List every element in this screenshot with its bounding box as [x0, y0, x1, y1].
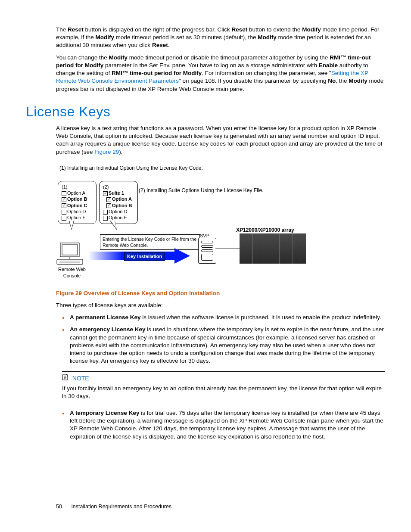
- page-number: 50: [56, 504, 62, 510]
- array-label: XP12000/XP10000 array: [236, 227, 294, 233]
- bubble-individual-option: (1) Option A ✓Option B ✓Option C Option …: [58, 181, 97, 224]
- heading-license-keys: License Keys: [26, 103, 385, 121]
- figure-29-caption: Figure 29 Overview of License Keys and O…: [56, 289, 385, 297]
- remote-web-console-label: Remote Web Console: [57, 266, 87, 279]
- storage-array-icon: [240, 233, 306, 264]
- figure-label-1: (1) Installing an Individual Option Usin…: [59, 165, 203, 171]
- svg-rect-1: [62, 245, 78, 255]
- paragraph-reset: The Reset button is displayed on the rig…: [56, 26, 385, 50]
- svg-rect-2: [57, 259, 83, 264]
- bullet-emergency-key: An emergency License Key is used in situ…: [62, 326, 385, 365]
- connection-line: [215, 249, 240, 249]
- enter-key-box: Entering the License Key Code or File fr…: [100, 234, 200, 250]
- bubble-suite-option: (2) ✓Suite 1 ✓Option A ✓Option B Option …: [99, 181, 138, 224]
- bullet-permanent-key: A permanent License Key is issued when t…: [62, 314, 385, 321]
- note-block: NOTE: If you forcibly install an emergen…: [62, 371, 385, 403]
- figure-29-diagram: (1) Installing an Individual Option Usin…: [56, 165, 314, 285]
- note-body: If you forcibly install an emergency key…: [62, 385, 385, 400]
- note-icon: [62, 374, 69, 383]
- bullet-temporary-key: A temporary License Key is for trial use…: [62, 409, 385, 441]
- note-heading: NOTE:: [72, 375, 91, 382]
- page-footer: 50 Installation Requirements and Procedu…: [56, 503, 171, 510]
- figure-label-2: (2) Installing Suite Options Using the L…: [139, 187, 263, 194]
- computer-icon: [56, 242, 86, 266]
- paragraph-license-intro: A license key is a text string that func…: [56, 124, 385, 156]
- paragraph-modify-timeout: You can change the Modify mode timeout p…: [56, 54, 385, 93]
- paragraph-three-types: Three types of license keys are availabl…: [56, 302, 385, 309]
- svp-server-icon: [198, 238, 216, 264]
- key-installation-label: Key Installation: [124, 252, 165, 261]
- footer-title: Installation Requirements and Procedures: [71, 504, 171, 510]
- link-figure-29[interactable]: Figure 29: [94, 149, 119, 155]
